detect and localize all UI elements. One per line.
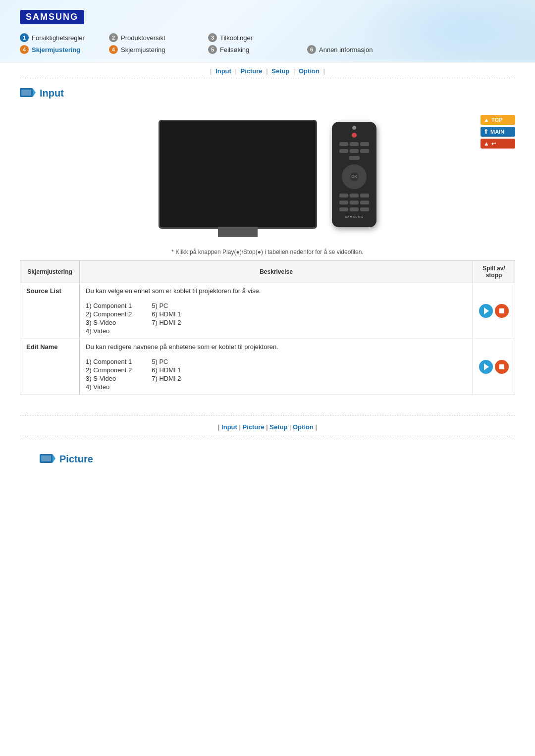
nav-num-6: 6	[307, 45, 316, 54]
list-col-2a: 1) Component 1 2) Component 2 3) S-Video…	[86, 358, 132, 391]
list-col-1a: 1) Component 1 2) Component 2 3) S-Video…	[86, 302, 132, 335]
svg-marker-1	[33, 88, 36, 97]
table-row: Source List Du kan velge en enhet som er…	[20, 283, 515, 339]
nav-num-4b: 4	[109, 45, 118, 54]
topnav-picture[interactable]: Picture	[241, 67, 263, 75]
nav-label-5: Feilsøking	[220, 46, 249, 53]
monitor-display	[159, 120, 317, 229]
remote-btn	[360, 201, 369, 204]
nav-grid: 1 Forsiktighetsregler 2 Produktoversikt …	[20, 33, 515, 54]
bottomnav-option[interactable]: Option	[293, 423, 314, 431]
table-header-desc: Beskrivelse	[80, 261, 473, 283]
stop-button-2[interactable]	[495, 360, 509, 374]
bottomnav-setup[interactable]: Setup	[269, 423, 287, 431]
content-area: ▲ TOP ⇑ MAIN ▲ ↩	[0, 105, 535, 400]
nav-item-produktoversikt[interactable]: 2 Produktoversikt	[109, 33, 208, 42]
nav-label-6: Annen informasjon	[319, 46, 373, 53]
list-item: 6) HDMI 1	[152, 366, 181, 374]
remote-btn	[350, 149, 359, 153]
play-stop-buttons-2	[479, 360, 509, 374]
svg-rect-5	[41, 455, 51, 461]
remote-dpad-center: OK	[350, 172, 359, 181]
section-picture: Picture	[0, 436, 535, 476]
topnav-option[interactable]: Option	[299, 67, 320, 75]
play-button-2[interactable]	[479, 360, 493, 374]
list-item: 3) S-Video	[86, 319, 132, 326]
nav-num-3: 3	[208, 33, 217, 42]
play-button-1[interactable]	[479, 304, 493, 318]
bottomnav-input[interactable]: Input	[221, 423, 237, 431]
header: SAMSUNG 1 Forsiktighetsregler 2 Produkto…	[0, 0, 535, 62]
list-item: 3) S-Video	[86, 375, 132, 382]
remote-btn	[360, 149, 369, 153]
remote-btn	[339, 149, 348, 153]
nav-label-1: Forsiktighetsregler	[32, 34, 85, 42]
list-item: 5) PC	[152, 302, 181, 309]
nav-item-skjermjustering-active[interactable]: 4 Skjermjustering	[20, 45, 109, 54]
remote-btn	[339, 201, 348, 204]
nav-item-forsiktighetsregler[interactable]: 1 Forsiktighetsregler	[20, 33, 109, 42]
list-item: 1) Component 1	[86, 358, 132, 365]
remote-btn-wide	[349, 156, 360, 160]
topnav-setup[interactable]: Setup	[271, 67, 289, 75]
nav-item-skjermjustering[interactable]: 4 Skjermjustering	[109, 45, 208, 54]
svg-rect-2	[21, 90, 31, 96]
illustration-area: OK SAMSUNG	[20, 110, 515, 239]
remote-btn-row-3	[349, 156, 360, 160]
remote-btn	[350, 201, 359, 204]
remote-btn	[360, 207, 369, 211]
remote-btn-row-5	[339, 201, 369, 204]
table-cell-label-2: Edit Name	[20, 339, 80, 395]
info-note: * Klikk på knappen Play(●)/Stop(●) i tab…	[20, 249, 515, 255]
samsung-logo: SAMSUNG	[20, 10, 84, 24]
nav-num-2: 2	[109, 33, 118, 42]
nav-item-annen[interactable]: 6 Annen informasjon	[307, 45, 406, 54]
remote-top-dot	[352, 126, 356, 130]
nav-item-tilkoblinger[interactable]: 3 Tilkoblinger	[208, 33, 307, 42]
bottomnav-picture[interactable]: Picture	[243, 423, 265, 431]
remote-btn-row-2	[339, 149, 369, 153]
section-picture-title: Picture	[20, 444, 515, 471]
bottom-navbar: | Input | Picture | Setup | Option |	[20, 415, 515, 436]
picture-title-text: Picture	[59, 454, 93, 465]
remote-btn	[339, 207, 348, 211]
topnav-input[interactable]: Input	[215, 67, 231, 75]
list-item: 7) HDMI 2	[152, 375, 181, 382]
nav-label-2: Produktoversikt	[121, 34, 165, 42]
remote-btn-row-6	[339, 207, 369, 211]
nav-item-feilsoking[interactable]: 5 Feilsøking	[208, 45, 307, 54]
remote-brand-label: SAMSUNG	[345, 215, 363, 218]
remote-btn-row-4	[339, 194, 369, 198]
list-item: 5) PC	[152, 358, 181, 365]
section-input-title: Input	[0, 78, 535, 105]
table-desc-text-2: Du kan redigere navnene på enhetene som …	[86, 343, 467, 351]
remote-btn-row-1	[339, 142, 369, 146]
table-row: Edit Name Du kan redigere navnene på enh…	[20, 339, 515, 395]
remote-dpad-area: OK	[342, 164, 367, 189]
table-header-play: Spill av/ stopp	[473, 261, 515, 283]
nav-label-3: Tilkoblinger	[220, 34, 253, 42]
play-stop-buttons-1	[479, 304, 509, 318]
remote-dpad: OK	[342, 164, 367, 189]
remote-btn	[350, 207, 359, 211]
picture-monitor-icon	[40, 452, 55, 466]
list-col-1b: 5) PC 6) HDMI 1 7) HDMI 2	[152, 302, 181, 335]
remote-control: OK SAMSUNG	[332, 122, 376, 227]
stop-button-1[interactable]	[495, 304, 509, 318]
table-cell-play-1	[473, 283, 515, 339]
nav-label-4a: Skjermjustering	[32, 46, 80, 53]
list-col-2b: 5) PC 6) HDMI 1 7) HDMI 2	[152, 358, 181, 391]
table-header-label: Skjermjustering	[20, 261, 80, 283]
list-cols-1: 1) Component 1 2) Component 2 3) S-Video…	[86, 302, 467, 335]
remote-btn	[339, 194, 348, 198]
remote-btn	[360, 194, 369, 198]
remote-btn	[350, 142, 359, 146]
input-title-text: Input	[40, 88, 64, 99]
remote-btn	[360, 142, 369, 146]
svg-marker-4	[53, 454, 55, 463]
table-cell-label-1: Source List	[20, 283, 80, 339]
nav-num-5: 5	[208, 45, 217, 54]
table-cell-desc-2: Du kan redigere navnene på enhetene som …	[80, 339, 473, 395]
list-item: 7) HDMI 2	[152, 319, 181, 326]
list-item: 2) Component 2	[86, 366, 132, 374]
